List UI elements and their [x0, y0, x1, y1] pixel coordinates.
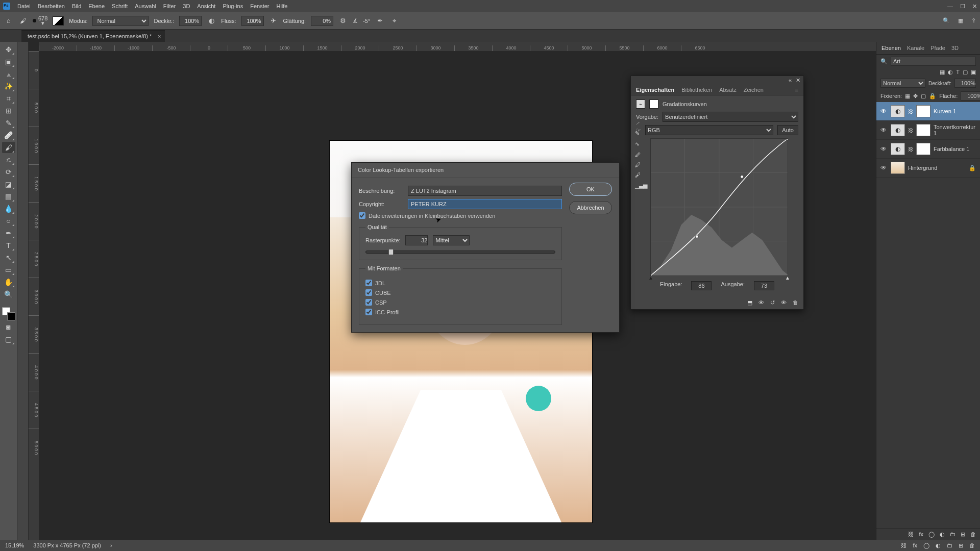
layer-row[interactable]: 👁Hintergrund🔒: [876, 159, 980, 178]
wand-tool[interactable]: ✨: [2, 81, 15, 92]
tab-libraries[interactable]: Bibliotheken: [681, 87, 712, 93]
lock-artboard-icon[interactable]: ▢: [921, 93, 926, 99]
layer-name[interactable]: Tonwertkorrektur 1: [934, 124, 976, 136]
status-folder-icon[interactable]: 🗀: [947, 542, 952, 549]
gray-eyedropper-icon[interactable]: 🖊: [635, 162, 647, 168]
brush-tool[interactable]: 🖌: [2, 142, 15, 153]
window-maximize-icon[interactable]: ☐: [960, 3, 965, 10]
link-layers-icon[interactable]: ⛓: [908, 531, 914, 538]
menu-file[interactable]: Datei: [17, 3, 31, 9]
filter-type-icon[interactable]: T: [956, 69, 960, 76]
move-tool[interactable]: ✥: [2, 44, 15, 55]
layer-row[interactable]: 👁◐⛓Kurven 1: [876, 102, 980, 121]
lock-position-icon[interactable]: ✥: [913, 93, 918, 99]
brush-preset-picker[interactable]: 678▾: [33, 16, 47, 26]
flow-input[interactable]: [241, 16, 264, 26]
panel-close-icon[interactable]: ✕: [796, 77, 800, 84]
format-icc-checkbox[interactable]: [365, 309, 372, 315]
output-value[interactable]: [754, 281, 774, 290]
shape-tool[interactable]: ▭: [2, 264, 15, 276]
tab-character[interactable]: Zeichen: [744, 87, 764, 93]
view-previous-icon[interactable]: 👁: [758, 299, 764, 306]
layer-row[interactable]: 👁◐⛓Tonwertkorrektur 1: [876, 121, 980, 140]
curves-smooth-icon[interactable]: ∿: [635, 141, 647, 147]
delete-adjustment-icon[interactable]: 🗑: [793, 299, 798, 306]
curves-graph[interactable]: ▲ ▲: [650, 138, 788, 276]
status-new-icon[interactable]: ⊞: [959, 542, 963, 549]
status-trash-icon[interactable]: 🗑: [969, 542, 975, 549]
layer-style-icon[interactable]: fx: [919, 531, 923, 538]
airbrush-icon[interactable]: ✈: [269, 16, 278, 26]
healing-tool[interactable]: 🩹: [2, 130, 15, 141]
screenmode-tool[interactable]: ▢: [2, 334, 15, 345]
tab-properties[interactable]: Eigenschaften: [636, 87, 674, 93]
quickmask-tool[interactable]: ◙: [2, 321, 15, 333]
pen-tool[interactable]: ✒: [2, 228, 15, 239]
tab-3d[interactable]: 3D: [951, 45, 959, 51]
filter-shape-icon[interactable]: ▢: [963, 69, 968, 76]
black-eyedropper-icon[interactable]: 🖉: [635, 152, 647, 158]
blend-mode-select[interactable]: Normal: [92, 16, 149, 26]
opacity-input[interactable]: [179, 16, 202, 26]
cancel-button[interactable]: Abbrechen: [569, 201, 612, 214]
mask-thumb[interactable]: [916, 143, 930, 155]
new-layer-icon[interactable]: ⊞: [961, 531, 965, 538]
angle-value[interactable]: -5°: [363, 18, 370, 24]
adjustment-thumb[interactable]: ◐: [891, 124, 905, 136]
layer-name[interactable]: Farbbalance 1: [934, 146, 976, 152]
curves-pencil-icon[interactable]: ✎: [635, 130, 647, 137]
input-value[interactable]: [691, 281, 712, 290]
panel-menu-icon[interactable]: ≡: [795, 87, 798, 93]
status-fx-icon[interactable]: fx: [913, 542, 917, 549]
menu-3d[interactable]: 3D: [183, 3, 190, 9]
lock-icon[interactable]: 🔒: [969, 165, 976, 171]
lock-all-icon[interactable]: 🔒: [929, 93, 936, 99]
adjustment-layer-icon[interactable]: ◐: [940, 531, 945, 538]
eraser-tool[interactable]: ◪: [2, 179, 15, 190]
menu-edit[interactable]: Bearbeiten: [38, 3, 65, 9]
layer-thumb[interactable]: [891, 162, 905, 174]
preset-select[interactable]: Benutzerdefiniert: [663, 112, 798, 122]
gradient-tool[interactable]: ▤: [2, 191, 15, 202]
layer-name[interactable]: Kurven 1: [934, 108, 976, 114]
format-cube-checkbox[interactable]: [365, 289, 372, 296]
visibility-icon[interactable]: 👁: [880, 108, 888, 115]
close-tab-icon[interactable]: ×: [158, 33, 161, 39]
search-icon[interactable]: 🔍: [943, 17, 950, 24]
description-input[interactable]: [408, 186, 562, 196]
mask-thumb[interactable]: [916, 105, 930, 117]
menu-select[interactable]: Auswahl: [135, 3, 156, 9]
auto-button[interactable]: Auto: [777, 125, 798, 135]
visibility-icon[interactable]: 👁: [880, 127, 888, 134]
smoothing-options-icon[interactable]: ⚙: [338, 16, 348, 26]
format-csp-checkbox[interactable]: [365, 299, 372, 306]
stamp-tool[interactable]: ⎌: [2, 154, 15, 165]
tab-layers[interactable]: Ebenen: [881, 45, 901, 51]
delete-layer-icon[interactable]: 🗑: [970, 531, 976, 538]
document-tab[interactable]: test.psdc bei 15,2% (Kurven 1, Ebenenmas…: [21, 30, 165, 42]
zoom-level[interactable]: 15,19%: [5, 542, 24, 548]
visibility-icon[interactable]: 👁: [880, 145, 888, 153]
menu-layer[interactable]: Ebene: [88, 3, 105, 9]
adjustment-thumb[interactable]: ◐: [891, 143, 905, 155]
gridpoints-input[interactable]: [405, 235, 428, 245]
status-adjust-icon[interactable]: ◐: [936, 542, 941, 549]
pressure-size-icon[interactable]: ✒: [375, 16, 384, 26]
zoom-tool[interactable]: 🔍: [2, 289, 15, 300]
layer-mask-icon[interactable]: ◯: [928, 531, 935, 538]
layer-name[interactable]: Hintergrund: [908, 165, 966, 171]
doc-info[interactable]: 3300 Px x 4765 Px (72 ppi): [33, 542, 101, 548]
ok-button[interactable]: OK: [569, 183, 612, 196]
menu-image[interactable]: Bild: [72, 3, 81, 9]
panel-collapse-icon[interactable]: «: [789, 77, 792, 84]
lowercase-ext-checkbox[interactable]: [359, 212, 365, 219]
home-icon[interactable]: ⌂: [4, 16, 13, 26]
visibility-icon[interactable]: 👁: [880, 164, 888, 171]
white-eyedropper-icon[interactable]: 🖋: [635, 172, 647, 178]
copyright-input[interactable]: [408, 199, 562, 209]
dodge-tool[interactable]: ○: [2, 215, 15, 227]
lock-pixels-icon[interactable]: ▦: [905, 93, 910, 99]
tab-paths[interactable]: Pfade: [930, 45, 945, 51]
status-mask-icon[interactable]: ◯: [923, 542, 929, 549]
layer-opacity-input[interactable]: [954, 79, 976, 88]
